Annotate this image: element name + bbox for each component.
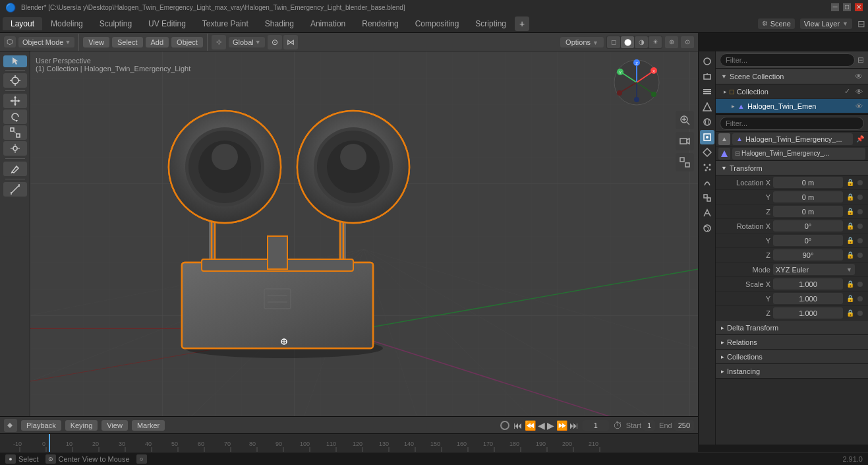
tab-texture-paint[interactable]: Texture Paint bbox=[194, 17, 256, 30]
obj-eye-btn[interactable]: 👁 bbox=[854, 101, 864, 111]
material-props-icon[interactable] bbox=[700, 221, 714, 235]
timeline-ruler[interactable]: -10 0 10 20 30 40 50 60 70 80 90 100 110 bbox=[0, 434, 698, 452]
nav-gizmo[interactable]: Z X Y bbox=[612, 58, 662, 108]
timeline-type-icon[interactable] bbox=[4, 419, 17, 432]
rotation-mode-select[interactable]: XYZ Euler ▼ bbox=[773, 264, 855, 275]
playback-menu[interactable]: Playback bbox=[21, 420, 61, 431]
render-props-icon[interactable] bbox=[700, 54, 714, 69]
tab-layout[interactable]: Layout bbox=[3, 17, 42, 30]
overlay-button[interactable]: ⊕ bbox=[665, 36, 678, 48]
tab-rendering[interactable]: Rendering bbox=[354, 17, 406, 30]
marker-menu[interactable]: Marker bbox=[132, 420, 165, 431]
close-button[interactable]: ✕ bbox=[855, 3, 863, 11]
rotate-tool[interactable] bbox=[3, 109, 27, 124]
scale-z-lock[interactable]: 🔒 bbox=[846, 309, 855, 318]
data-type-icon[interactable] bbox=[718, 148, 730, 160]
props-search-input[interactable] bbox=[720, 117, 864, 130]
col-view-btn[interactable]: ✓ bbox=[842, 86, 852, 97]
location-z-lock[interactable]: 🔒 bbox=[846, 207, 855, 216]
play-button[interactable]: ▶ bbox=[547, 420, 554, 431]
object-select-pin[interactable]: 📌 bbox=[855, 134, 865, 144]
proportional-edit-icon[interactable]: ⊙ bbox=[268, 35, 282, 49]
scale-x-field[interactable]: 1.000 bbox=[773, 278, 843, 290]
view-layer-props-icon[interactable] bbox=[700, 84, 714, 99]
jump-end-button[interactable]: ⏭ bbox=[569, 420, 579, 431]
tab-shading[interactable]: Shading bbox=[257, 17, 302, 30]
jump-start-button[interactable]: ⏮ bbox=[513, 420, 523, 431]
location-x-lock[interactable]: 🔒 bbox=[846, 178, 855, 187]
view-layer-selector[interactable]: View Layer ▼ bbox=[800, 18, 852, 29]
object-mode-selector[interactable]: Object Mode ▼ bbox=[18, 37, 74, 47]
current-frame-display[interactable]: 1 bbox=[583, 420, 609, 431]
object-name-field[interactable]: ▲ Halogen_Twin_Emergency_... bbox=[732, 133, 853, 145]
tab-animation[interactable]: Animation bbox=[303, 17, 353, 30]
object-data-name-field[interactable]: ⊟ Halogen_Twin_Emergency_... bbox=[732, 148, 865, 160]
play-reverse-button[interactable]: ◀ bbox=[538, 420, 545, 431]
gizmo-button[interactable]: ⊙ bbox=[681, 36, 694, 48]
rotation-y-keyframe[interactable] bbox=[857, 238, 863, 243]
transform-section-header[interactable]: ▼ Transform bbox=[716, 161, 868, 175]
scale-tool[interactable] bbox=[3, 125, 27, 140]
location-z-keyframe[interactable] bbox=[857, 209, 863, 214]
tab-sculpting[interactable]: Sculpting bbox=[92, 17, 140, 30]
scale-z-field[interactable]: 1.000 bbox=[773, 307, 843, 319]
scale-x-keyframe[interactable] bbox=[857, 282, 863, 287]
physics-props-icon[interactable] bbox=[700, 175, 714, 190]
header-filter-icon[interactable]: ⊟ bbox=[857, 18, 865, 29]
instancing-header[interactable]: ▸ Instancing bbox=[716, 364, 868, 379]
rotation-y-field[interactable]: 0° bbox=[773, 235, 843, 246]
end-frame-display[interactable]: 250 bbox=[674, 420, 694, 431]
options-button[interactable]: Options ▼ bbox=[560, 37, 604, 47]
cursor-tool[interactable] bbox=[3, 73, 27, 88]
material-preview-button[interactable]: ◑ bbox=[635, 36, 648, 48]
output-props-icon[interactable] bbox=[700, 69, 714, 84]
location-y-keyframe[interactable] bbox=[857, 195, 863, 200]
scale-y-field[interactable]: 1.000 bbox=[773, 293, 843, 304]
zoom-in-icon[interactable] bbox=[676, 111, 694, 129]
tab-scripting[interactable]: Scripting bbox=[467, 17, 514, 30]
record-button[interactable] bbox=[500, 421, 509, 430]
rotation-x-field[interactable]: 0° bbox=[773, 220, 843, 232]
rotation-x-lock[interactable]: 🔒 bbox=[846, 222, 855, 231]
local-view-icon[interactable] bbox=[676, 153, 694, 171]
relations-header[interactable]: ▸ Relations bbox=[716, 335, 868, 350]
outliner-filter-icon[interactable]: ⊟ bbox=[857, 55, 864, 65]
scale-x-lock[interactable]: 🔒 bbox=[846, 280, 855, 289]
rotation-z-field[interactable]: 90° bbox=[773, 249, 843, 261]
wireframe-button[interactable]: ◻ bbox=[607, 36, 620, 48]
snapping-icon[interactable]: ⋈ bbox=[283, 35, 298, 49]
select-tool-icon[interactable] bbox=[3, 55, 27, 67]
location-x-keyframe[interactable] bbox=[857, 180, 863, 185]
minimize-button[interactable]: ─ bbox=[831, 3, 839, 11]
scale-y-keyframe[interactable] bbox=[857, 296, 863, 301]
object-props-icon[interactable] bbox=[700, 130, 714, 144]
view-menu-tl[interactable]: View bbox=[101, 420, 128, 431]
rotation-z-keyframe[interactable] bbox=[857, 253, 863, 258]
add-menu[interactable]: Add bbox=[146, 37, 169, 47]
scale-y-lock[interactable]: 🔒 bbox=[846, 294, 855, 303]
object-data-select[interactable]: ▲ bbox=[718, 133, 730, 145]
snap-icon[interactable]: ⊹ bbox=[212, 35, 226, 49]
rotation-y-lock[interactable]: 🔒 bbox=[846, 236, 855, 245]
object-data-props-icon[interactable] bbox=[700, 206, 714, 220]
eye-icon[interactable]: 👁 bbox=[855, 72, 863, 81]
delta-transform-header[interactable]: ▸ Delta Transform bbox=[716, 321, 868, 335]
transform-tool[interactable] bbox=[3, 141, 27, 156]
annotate-tool[interactable] bbox=[3, 162, 27, 176]
view-menu[interactable]: View bbox=[83, 37, 109, 47]
render-preview-button[interactable]: ☀ bbox=[649, 36, 662, 48]
engine-selector[interactable]: ⚙ Scene bbox=[758, 18, 795, 29]
rotation-z-lock[interactable]: 🔒 bbox=[846, 251, 855, 260]
constraints-props-icon[interactable] bbox=[700, 191, 714, 205]
start-frame-display[interactable]: 1 bbox=[643, 420, 655, 431]
tab-uv-editing[interactable]: UV Editing bbox=[140, 17, 194, 30]
viewport-icon-toggle[interactable]: ⬡ bbox=[4, 36, 16, 47]
object-menu[interactable]: Object bbox=[171, 37, 203, 47]
collection-row[interactable]: ▸ □ Collection ✓ 👁 bbox=[716, 84, 868, 99]
time-icon[interactable]: ⏱ bbox=[613, 420, 622, 431]
measure-tool[interactable] bbox=[3, 182, 27, 197]
rotation-x-keyframe[interactable] bbox=[857, 224, 863, 229]
tab-compositing[interactable]: Compositing bbox=[407, 17, 467, 30]
maximize-button[interactable]: □ bbox=[843, 3, 851, 11]
keying-menu[interactable]: Keying bbox=[65, 420, 98, 431]
